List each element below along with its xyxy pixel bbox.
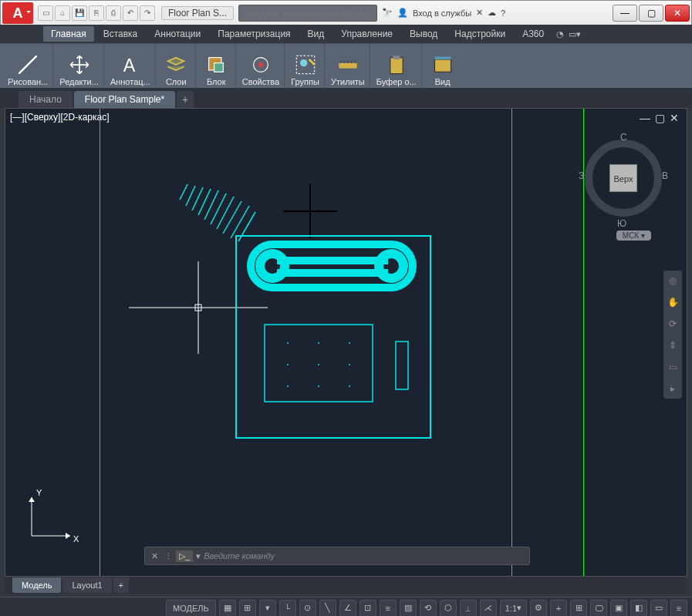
status-clean-icon[interactable]: ▭ <box>650 600 667 617</box>
qat-new-icon[interactable]: ▭ <box>38 5 53 21</box>
ribbon-panel-block[interactable]: Блок <box>197 44 236 88</box>
nav-wheel-icon[interactable]: ◎ <box>666 274 680 288</box>
nav-pan-icon[interactable]: ✋ <box>666 295 680 309</box>
qat-undo-icon[interactable]: ↶ <box>123 5 138 21</box>
ribbon-panel-view[interactable]: Вид <box>424 44 462 88</box>
nav-orbit-icon[interactable]: ⟳ <box>666 317 680 331</box>
svg-point-4 <box>258 62 263 68</box>
menu-extra-icon[interactable]: ◔ <box>556 29 564 39</box>
menu-view[interactable]: Вид <box>300 26 332 42</box>
status-hardware-icon[interactable]: ▣ <box>610 600 627 617</box>
menu-annotate[interactable]: Аннотации <box>147 26 208 42</box>
nav-showmotion-icon[interactable]: ▭ <box>666 360 680 374</box>
ribbon-panel-draw[interactable]: Рисован... <box>3 44 53 88</box>
status-monitor-icon[interactable]: 🖵 <box>590 600 607 617</box>
ribbon-panel-properties[interactable]: Свойства <box>238 44 285 88</box>
status-gear-icon[interactable]: ⚙ <box>530 600 547 617</box>
viewport-close-icon[interactable]: ✕ <box>670 112 679 124</box>
status-plus-icon[interactable]: + <box>550 600 567 617</box>
ribbon-panel-clipboard[interactable]: Буфер о... <box>372 44 422 88</box>
qat-redo-icon[interactable]: ↷ <box>140 5 155 21</box>
qat-open-icon[interactable]: ⌂ <box>55 5 70 21</box>
status-grid-icon[interactable]: ▦ <box>219 600 236 617</box>
compass-face-top[interactable]: Верх <box>609 164 637 192</box>
ribbon-label: Слои <box>166 77 187 86</box>
status-workspace-icon[interactable]: ⊞ <box>570 600 587 617</box>
viewport-maximize-icon[interactable]: ▢ <box>655 112 665 124</box>
status-cycling-icon[interactable]: ⟲ <box>420 600 437 617</box>
cloud-icon[interactable]: ☁ <box>488 8 496 18</box>
filetab-add[interactable]: + <box>177 91 194 108</box>
layouttab-layout1[interactable]: Layout1 <box>62 577 111 593</box>
cmdline-handle-icon[interactable]: ⋮ <box>164 551 173 561</box>
status-ortho-icon[interactable]: └ <box>279 600 296 617</box>
drawing-canvas[interactable]: [—][Сверху][2D-каркас] — ▢ ✕ <box>5 108 687 577</box>
help-icon[interactable]: ? <box>501 8 505 18</box>
nav-expand-icon[interactable]: ▸ <box>666 382 680 396</box>
qat-save-icon[interactable]: 💾 <box>72 5 87 21</box>
ribbon: Рисован... Редакти... A Аннотац... Слои … <box>0 43 692 88</box>
cmdline-close-icon[interactable]: ✕ <box>148 551 161 561</box>
ribbon-panel-annotate[interactable]: A Аннотац... <box>106 44 156 88</box>
command-line[interactable]: ✕ ⋮ ▷_ ▾ Введите команду <box>144 547 530 565</box>
status-dynucs-icon[interactable]: ⟂ <box>460 600 477 617</box>
status-lineweight-icon[interactable]: ≡ <box>380 600 397 617</box>
view-cube[interactable]: Верх С З В Ю <box>577 132 670 224</box>
menu-home[interactable]: Главная <box>43 26 94 42</box>
ribbon-label: Свойства <box>242 77 279 86</box>
ribbon-panel-modify[interactable]: Редакти... <box>55 44 104 88</box>
status-polar-icon[interactable]: ⊙ <box>299 600 316 617</box>
status-snap-icon[interactable]: ⊞ <box>239 600 256 617</box>
menu-a360[interactable]: A360 <box>515 26 552 42</box>
svg-point-36 <box>287 342 289 344</box>
viewport-minimize-icon[interactable]: — <box>640 112 650 124</box>
ribbon-label: Редакти... <box>59 77 99 86</box>
exchange-icon[interactable]: ✕ <box>476 8 483 18</box>
status-osnap-icon[interactable]: ⊡ <box>360 600 376 617</box>
app-logo[interactable]: A <box>2 2 33 24</box>
status-3dosnap-icon[interactable]: ⬡ <box>440 600 457 617</box>
user-icon[interactable]: 👤 <box>397 8 408 18</box>
view-label[interactable]: [—][Сверху][2D-каркас] <box>10 112 110 123</box>
menu-insert[interactable]: Вставка <box>96 26 146 42</box>
filetab-start[interactable]: Начало <box>19 91 73 108</box>
filetab-document[interactable]: Floor Plan Sample* <box>74 91 175 108</box>
menu-collapse-icon[interactable]: ▭▾ <box>569 29 581 39</box>
status-isolate-icon[interactable]: ◧ <box>630 600 647 617</box>
status-customize-icon[interactable]: ≡ <box>670 600 687 617</box>
ribbon-label: Вид <box>435 77 451 86</box>
status-dropdown-icon[interactable]: ▾ <box>259 600 276 617</box>
status-annoscale-icon[interactable]: ⋌ <box>480 600 497 617</box>
ucs-x-label: X <box>73 534 79 544</box>
menu-parametric[interactable]: Параметризация <box>210 26 298 42</box>
menu-output[interactable]: Вывод <box>402 26 445 42</box>
layouttab-add[interactable]: + <box>113 577 129 593</box>
binoculars-icon[interactable]: 🔭 <box>382 8 393 18</box>
nav-zoom-icon[interactable]: ⇕ <box>666 338 680 352</box>
maximize-button[interactable]: ▢ <box>639 5 663 22</box>
status-scale-button[interactable]: 1:1 ▾ <box>500 600 527 617</box>
coord-system-badge[interactable]: МСК ▾ <box>616 231 651 241</box>
ribbon-panel-groups[interactable]: Группы <box>286 44 325 88</box>
status-model-button[interactable]: МОДЕЛЬ <box>166 600 216 617</box>
viewport-controls: — ▢ ✕ <box>640 112 679 124</box>
qat-saveas-icon[interactable]: ⎘ <box>89 5 104 21</box>
svg-marker-49 <box>29 497 35 502</box>
ribbon-panel-layers[interactable]: Слои <box>157 44 196 88</box>
layouttab-model[interactable]: Модель <box>12 577 61 593</box>
close-button[interactable]: ✕ <box>665 5 690 22</box>
status-isodraft-icon[interactable]: ╲ <box>319 600 336 617</box>
svg-point-37 <box>318 342 319 344</box>
minimize-button[interactable]: — <box>613 5 637 22</box>
login-label[interactable]: Вход в службы <box>413 8 471 18</box>
block-icon <box>205 54 227 76</box>
menu-addins[interactable]: Надстройки <box>447 26 513 42</box>
qat-print-icon[interactable]: ⎙ <box>106 5 121 21</box>
ribbon-panel-utilities[interactable]: Утилиты <box>326 44 370 88</box>
svg-marker-48 <box>66 533 70 539</box>
search-input[interactable] <box>238 5 377 22</box>
status-transparency-icon[interactable]: ▨ <box>400 600 417 617</box>
cmdline-placeholder: Введите команду <box>204 551 275 560</box>
menu-manage[interactable]: Управление <box>333 26 400 42</box>
status-otrack-icon[interactable]: ∠ <box>339 600 356 617</box>
